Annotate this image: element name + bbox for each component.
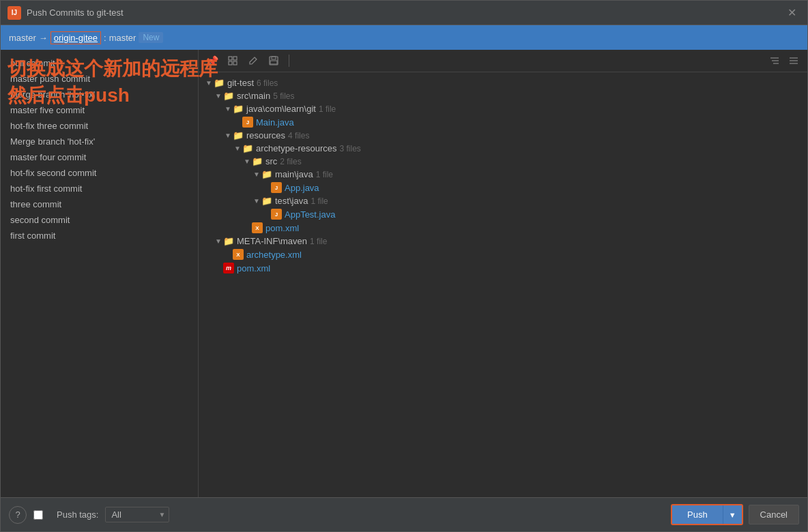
push-dropdown-arrow-icon: ▼ [729, 511, 736, 519]
maven-file-icon: m [223, 263, 234, 274]
folder-name: src [265, 156, 277, 166]
java-file-icon: J [271, 182, 282, 193]
folder-icon: 📁 [223, 91, 234, 101]
tree-item-java-com-learn-git[interactable]: ▼ 📁 java\com\learn\git 1 file [199, 102, 807, 115]
commit-item: pull commit [1, 55, 198, 71]
tree-item-archetype-xml[interactable]: ▼ X archetype.xml [199, 248, 807, 261]
tree-item-test-java-folder[interactable]: ▼ 📁 test\java 1 file [199, 194, 807, 207]
tree-item-apptest-java[interactable]: ▼ J AppTest.java [199, 207, 807, 221]
tree-item-pom-xml-root[interactable]: ▼ m pom.xml [199, 261, 807, 275]
xml-file-icon: X [233, 249, 244, 260]
folder-icon: 📁 [233, 104, 244, 114]
commit-item: second commit [1, 212, 198, 228]
save-button[interactable] [265, 53, 282, 69]
push-dropdown-button[interactable]: ▼ [723, 505, 742, 524]
folder-icon: 📁 [233, 130, 244, 141]
commit-item: Merge branch 'hot-fix' [1, 134, 198, 149]
expand-all-button[interactable] [785, 53, 802, 69]
tree-item-meta-inf-maven[interactable]: ▼ 📁 META-INF\maven 1 file [199, 235, 807, 248]
bottom-bar: ? Push tags: All None Annotated ▼ Push ▼… [1, 497, 807, 531]
tree-item-src[interactable]: ▼ 📁 src 2 files [199, 155, 807, 168]
branch-arrow-icon: → [39, 33, 48, 43]
app-icon: IJ [8, 6, 21, 20]
folder-name: archetype-resources [256, 143, 337, 153]
close-button[interactable]: ✕ [783, 5, 800, 20]
remote-master-label: master [109, 33, 136, 43]
help-button[interactable]: ? [9, 506, 27, 524]
pin-button[interactable]: 📌 [204, 53, 220, 69]
chevron-icon: ▼ [252, 171, 261, 178]
xml-file-icon: X [252, 222, 263, 233]
commit-list-panel: pull commit master push commit Merge bra… [1, 50, 199, 497]
commit-item: hot-fix second commit [1, 165, 198, 181]
tree-item-archetype-resources[interactable]: ▼ 📁 archetype-resources 3 files [199, 142, 807, 155]
commit-item: three commit [1, 196, 198, 212]
tree-item-main-java[interactable]: ▼ J Main.java [199, 115, 807, 129]
file-name: Main.java [256, 117, 294, 128]
commit-item: hot-fix three commit [1, 118, 198, 134]
cancel-button[interactable]: Cancel [749, 505, 799, 524]
tree-item-src-main[interactable]: ▼ 📁 src\main 5 files [199, 89, 807, 102]
right-panel: 📌 [199, 50, 807, 497]
file-name: App.java [285, 183, 319, 193]
chevron-icon: ▼ [223, 132, 233, 139]
chevron-icon: ▼ [214, 92, 223, 100]
file-name: archetype.xml [246, 250, 302, 260]
file-tree: ▼ 📁 git-test 6 files ▼ 📁 src\main 5 file… [199, 72, 807, 497]
file-count: 1 file [316, 170, 333, 179]
chevron-icon: ▼ [242, 158, 252, 165]
file-count: 2 files [280, 157, 301, 166]
file-name: pom.xml [237, 263, 270, 274]
java-file-icon: J [242, 117, 253, 128]
folder-name: META-INF\maven [237, 236, 307, 246]
folder-name: resources [246, 130, 285, 141]
file-count: 1 file [319, 104, 336, 114]
folder-icon: 📁 [261, 196, 272, 206]
bottom-right-buttons: Push ▼ Cancel [671, 504, 799, 525]
tree-item-git-test[interactable]: ▼ 📁 git-test 6 files [199, 76, 807, 89]
title-bar: IJ Push Commits to git-test ✕ [1, 1, 807, 25]
folder-name: main\java [275, 169, 313, 179]
file-name: AppTest.java [285, 209, 335, 220]
file-count: 1 file [311, 196, 328, 206]
toolbar-right [766, 53, 802, 69]
commit-item: master four commit [1, 149, 198, 165]
grid-button[interactable] [225, 53, 241, 69]
file-count: 1 file [310, 237, 327, 246]
folder-icon: 📁 [214, 78, 225, 88]
branch-bar: master → origin-gitee : master New [1, 25, 807, 50]
remote-origin-link[interactable]: origin-gitee [50, 31, 101, 44]
svg-rect-1 [233, 57, 237, 60]
tags-select-wrapper: All None Annotated ▼ [105, 507, 169, 522]
tree-item-main-java-folder[interactable]: ▼ 📁 main\java 1 file [199, 168, 807, 181]
svg-rect-3 [233, 61, 237, 65]
chevron-icon: ▼ [223, 105, 233, 113]
file-count: 4 files [288, 131, 309, 141]
tree-item-app-java[interactable]: ▼ J App.java [199, 181, 807, 194]
edit-button[interactable] [245, 53, 261, 69]
main-content: pull commit master push commit Merge bra… [1, 50, 807, 497]
svg-rect-2 [229, 61, 232, 65]
commit-item: master five commit [1, 102, 198, 118]
title-bar-left: IJ Push Commits to git-test [8, 6, 124, 20]
tree-item-resources[interactable]: ▼ 📁 resources 4 files [199, 129, 807, 142]
branch-master-label: master [9, 33, 36, 43]
dialog-title: Push Commits to git-test [27, 8, 124, 18]
push-button[interactable]: Push [672, 505, 723, 524]
folder-icon: 📁 [261, 169, 272, 179]
new-badge: New [139, 32, 163, 43]
svg-rect-6 [270, 61, 277, 64]
file-count: 5 files [273, 91, 294, 101]
folder-name: git-test [227, 78, 254, 88]
chevron-icon: ▼ [214, 237, 223, 245]
right-toolbar: 📌 [199, 50, 807, 72]
push-tags-select[interactable]: All None Annotated [105, 507, 169, 522]
collapse-all-button[interactable] [766, 53, 783, 69]
file-count: 6 files [257, 78, 278, 88]
toolbar-separator [289, 55, 289, 67]
tree-item-pom-xml-archetype[interactable]: ▼ X pom.xml [199, 221, 807, 235]
push-tags-checkbox[interactable] [33, 510, 43, 520]
svg-rect-0 [229, 57, 232, 60]
file-name: pom.xml [265, 223, 299, 233]
chevron-icon: ▼ [204, 79, 214, 87]
